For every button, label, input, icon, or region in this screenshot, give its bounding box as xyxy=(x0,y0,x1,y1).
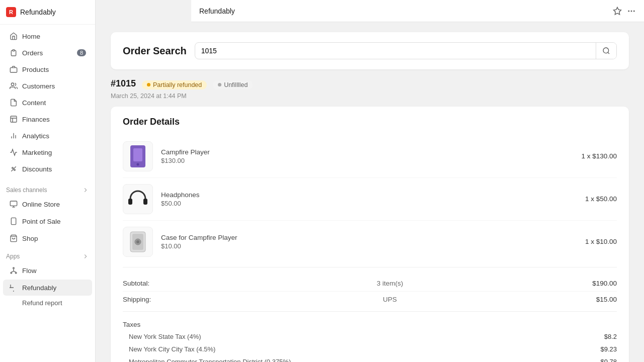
svg-rect-10 xyxy=(10,201,17,206)
sidebar: R Refundably Home Orders 8 Products xyxy=(0,0,96,362)
apps-header: Apps xyxy=(0,247,95,262)
sidebar-item-label-customers: Customers xyxy=(22,82,55,90)
badge-partial-refund: Partially refunded xyxy=(142,80,207,89)
badge-dot-orange xyxy=(147,83,150,86)
svg-point-8 xyxy=(14,169,16,171)
pin-icon[interactable] xyxy=(613,7,622,16)
sidebar-item-label-online-store: Online Store xyxy=(22,201,60,208)
product-thumb-headphones xyxy=(123,184,153,214)
tax-label-2: Metropolitan Commuter Transportation Dis… xyxy=(123,358,600,363)
sidebar-item-label-finances: Finances xyxy=(22,116,50,123)
search-input[interactable] xyxy=(195,43,596,59)
product-info-headphones: Headphones $50.00 xyxy=(161,191,585,207)
nav-section: Home Orders 8 Products Customers Conte xyxy=(0,25,95,180)
order-summary: Subtotal: 3 item(s) $190.00 Shipping: UP… xyxy=(123,276,617,307)
tax-value-2: $0.78 xyxy=(600,358,617,363)
point-of-sale-icon xyxy=(9,217,18,226)
product-name-headphones: Headphones xyxy=(161,191,585,199)
sidebar-item-discounts[interactable]: Discounts xyxy=(3,161,92,177)
sidebar-item-content[interactable]: Content xyxy=(3,95,92,111)
sidebar-item-home[interactable]: Home xyxy=(3,28,92,44)
refundably-icon xyxy=(9,283,18,292)
customers-icon xyxy=(9,81,18,90)
sidebar-item-refund-report[interactable]: Refund report xyxy=(3,297,92,309)
topbar-title: Refundably xyxy=(199,7,235,15)
subtotal-value: $190.00 xyxy=(577,280,617,287)
sidebar-item-online-store[interactable]: Online Store xyxy=(3,196,92,212)
sidebar-item-label-flow: Flow xyxy=(22,267,37,275)
product-qty-case: 1 x $10.00 xyxy=(585,238,617,245)
svg-rect-1 xyxy=(10,68,17,72)
product-name-case: Case for Campfire Player xyxy=(161,234,585,241)
products-icon xyxy=(9,65,18,74)
sidebar-item-label-home: Home xyxy=(22,33,40,40)
content-icon xyxy=(9,98,18,107)
campfire-player-image xyxy=(128,144,147,168)
svg-line-26 xyxy=(608,52,609,54)
svg-rect-0 xyxy=(13,50,15,51)
product-thumb-campfire xyxy=(123,141,153,171)
main-content: Order Search #1015 Partially refunded Un… xyxy=(96,0,644,362)
taxes-header: Taxes xyxy=(123,316,617,330)
product-name-campfire: Campfire Player xyxy=(161,148,581,156)
sidebar-item-shop[interactable]: Shop xyxy=(3,230,92,246)
analytics-icon xyxy=(9,131,18,140)
headphones-image xyxy=(126,188,149,211)
tax-value-0: $8.2 xyxy=(604,333,617,340)
search-input-wrap xyxy=(195,42,617,59)
product-row-headphones: Headphones $50.00 1 x $50.00 xyxy=(123,178,617,221)
sidebar-item-products[interactable]: Products xyxy=(3,61,92,77)
discounts-icon xyxy=(9,164,18,173)
flow-icon xyxy=(9,266,18,275)
product-info-case: Case for Campfire Player $10.00 xyxy=(161,234,585,250)
svg-point-18 xyxy=(15,272,17,274)
sidebar-item-flow[interactable]: Flow xyxy=(3,262,92,279)
orders-badge: 8 xyxy=(77,49,86,56)
sidebar-item-refundably[interactable]: Refundably xyxy=(3,280,92,296)
subtotal-items: 3 item(s) xyxy=(203,280,577,287)
shipping-carrier: UPS xyxy=(203,296,577,303)
case-image xyxy=(128,229,148,254)
app-name: Refundably xyxy=(20,8,56,16)
product-price-campfire: $130.00 xyxy=(161,157,581,164)
orders-icon xyxy=(9,48,18,57)
sidebar-item-finances[interactable]: Finances xyxy=(3,111,92,127)
more-icon[interactable] xyxy=(627,7,636,16)
tax-value-1: $9.23 xyxy=(600,345,617,353)
sidebar-item-label-content: Content xyxy=(22,99,46,107)
badge-unfulfilled: Unfilllled xyxy=(213,80,253,89)
order-date: March 25, 2024 at 1:44 PM xyxy=(111,93,629,100)
svg-point-7 xyxy=(12,167,14,169)
order-header: #1015 Partially refunded Unfilllled xyxy=(111,78,629,89)
tax-row-2: Metropolitan Commuter Transportation Dis… xyxy=(123,355,617,363)
order-search-card: Order Search xyxy=(111,32,629,69)
sidebar-item-label-analytics: Analytics xyxy=(22,132,49,140)
svg-rect-3 xyxy=(11,116,17,122)
svg-point-29 xyxy=(137,163,139,165)
svg-point-16 xyxy=(13,267,15,269)
sidebar-item-customers[interactable]: Customers xyxy=(3,78,92,94)
svg-point-22 xyxy=(631,11,632,12)
sidebar-item-analytics[interactable]: Analytics xyxy=(3,128,92,144)
sidebar-item-point-of-sale[interactable]: Point of Sale xyxy=(3,213,92,229)
sidebar-item-orders[interactable]: Orders 8 xyxy=(3,45,92,61)
svg-line-21 xyxy=(14,271,16,272)
chevron-right-icon xyxy=(82,187,89,194)
product-price-headphones: $50.00 xyxy=(161,200,585,207)
product-qty-campfire: 1 x $130.00 xyxy=(581,152,617,160)
svg-point-23 xyxy=(634,11,635,12)
subtotal-row: Subtotal: 3 item(s) $190.00 xyxy=(123,276,617,292)
product-qty-headphones: 1 x $50.00 xyxy=(585,195,617,203)
svg-rect-30 xyxy=(128,199,132,205)
search-icon xyxy=(602,47,610,55)
online-store-icon xyxy=(9,200,18,209)
sidebar-item-label-products: Products xyxy=(22,66,49,73)
shop-icon xyxy=(9,234,18,243)
product-row-case: Case for Campfire Player $10.00 1 x $10.… xyxy=(123,221,617,263)
search-button[interactable] xyxy=(596,43,616,59)
taxes-section: Taxes New York State Tax (4%) $8.2 New Y… xyxy=(123,316,617,363)
tax-label-1: New York City City Tax (4.5%) xyxy=(123,345,600,353)
shipping-label: Shipping: xyxy=(123,296,203,303)
sidebar-sub-label-refund-report: Refund report xyxy=(22,299,62,307)
sidebar-item-marketing[interactable]: Marketing xyxy=(3,144,92,160)
